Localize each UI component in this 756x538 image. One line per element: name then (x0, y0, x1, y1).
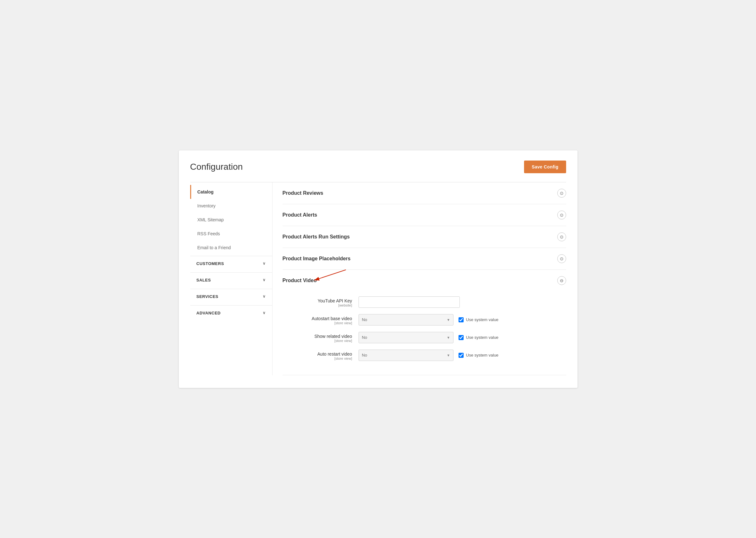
autostart-system-value-label: Use system value (466, 317, 499, 322)
page-title: Configuration (190, 162, 243, 172)
page-container: Configuration Save Config Catalog Invent… (179, 150, 578, 388)
show-related-sublabel: [store view] (283, 339, 352, 343)
product-alerts-row[interactable]: Product Alerts ⊙ (283, 204, 566, 226)
product-alerts-run-toggle-icon[interactable]: ⊙ (557, 233, 566, 241)
product-image-placeholders-toggle-icon[interactable]: ⊙ (557, 254, 566, 263)
auto-restart-select-wrapper: No Yes ▼ (358, 350, 453, 361)
sidebar-section-sales: SALES ∨ (190, 272, 272, 288)
autostart-system-value-checkbox[interactable] (458, 317, 464, 322)
sidebar-item-email-to-friend[interactable]: Email to a Friend (190, 241, 272, 255)
youtube-api-key-sublabel: [website] (283, 303, 352, 307)
product-image-placeholders-row[interactable]: Product Image Placeholders ⊙ (283, 248, 566, 270)
product-reviews-toggle-icon[interactable]: ⊙ (557, 189, 566, 197)
sidebar-item-xml-sitemap[interactable]: XML Sitemap (190, 213, 272, 227)
autostart-label-col: Autostart base video [store view] (283, 314, 358, 325)
product-video-header[interactable]: Product Video ⊖ (283, 270, 566, 291)
advanced-chevron-icon: ∨ (263, 311, 266, 315)
sidebar-section-customers: CUSTOMERS ∨ (190, 256, 272, 271)
product-image-placeholders-title: Product Image Placeholders (283, 256, 351, 262)
customers-section-header[interactable]: CUSTOMERS ∨ (190, 256, 272, 271)
show-related-video-row: Show related video [store view] No Yes ▼ (283, 332, 566, 343)
sidebar-item-inventory[interactable]: Inventory (190, 199, 272, 213)
autostart-select-wrapper: No Yes ▼ (358, 314, 453, 326)
circle-down-icon-2: ⊙ (560, 212, 564, 218)
page-header: Configuration Save Config (190, 161, 566, 173)
auto-restart-system-value-label: Use system value (466, 353, 499, 357)
autostart-sublabel: [store view] (283, 321, 352, 325)
show-related-label: Show related video (314, 334, 352, 339)
product-video-toggle-icon[interactable]: ⊖ (557, 276, 566, 285)
product-alerts-toggle-icon[interactable]: ⊙ (557, 211, 566, 219)
show-related-control: No Yes ▼ Use system value (358, 332, 566, 343)
sales-section-label: SALES (197, 278, 211, 283)
circle-minus-icon: ⊖ (560, 278, 564, 283)
customers-section-label: CUSTOMERS (197, 261, 224, 266)
show-related-select[interactable]: No Yes (358, 332, 453, 343)
circle-down-icon: ⊙ (560, 190, 564, 196)
sales-section-header[interactable]: SALES ∨ (190, 273, 272, 288)
save-config-button[interactable]: Save Config (524, 161, 566, 173)
show-related-system-value-checkbox[interactable] (458, 335, 464, 340)
sidebar-section-services: SERVICES ∨ (190, 289, 272, 304)
show-related-system-value-label: Use system value (466, 335, 499, 340)
youtube-api-key-row: YouTube API Key [website] (283, 296, 566, 308)
show-related-label-col: Show related video [store view] (283, 332, 358, 343)
sidebar: Catalog Inventory XML Sitemap RSS Feeds … (190, 183, 272, 375)
product-reviews-title: Product Reviews (283, 190, 323, 196)
sidebar-item-catalog[interactable]: Catalog (190, 185, 272, 199)
youtube-api-key-input[interactable] (358, 296, 460, 308)
show-related-system-value: Use system value (458, 335, 509, 340)
auto-restart-sublabel: [store view] (283, 356, 352, 360)
auto-restart-select[interactable]: No Yes (358, 350, 453, 361)
auto-restart-label: Auto restart video (317, 351, 352, 356)
sidebar-section-advanced: ADVANCED ∨ (190, 305, 272, 320)
autostart-label: Autostart base video (312, 316, 352, 321)
services-chevron-icon: ∨ (263, 294, 266, 298)
auto-restart-video-row: Auto restart video [store view] No Yes ▼ (283, 350, 566, 361)
youtube-api-key-control (358, 296, 566, 308)
auto-restart-label-col: Auto restart video [store view] (283, 350, 358, 360)
auto-restart-system-value: Use system value (458, 353, 509, 358)
product-reviews-row[interactable]: Product Reviews ⊙ (283, 183, 566, 204)
youtube-api-key-label: YouTube API Key (318, 298, 352, 303)
circle-down-icon-3: ⊙ (560, 234, 564, 240)
content-area: Product Reviews ⊙ Product Alerts ⊙ Produ… (272, 183, 566, 375)
sales-chevron-icon: ∨ (263, 278, 266, 282)
product-video-form: YouTube API Key [website] Autostart base… (283, 291, 566, 375)
auto-restart-system-value-checkbox[interactable] (458, 353, 464, 358)
youtube-api-key-label-col: YouTube API Key [website] (283, 296, 358, 307)
auto-restart-control: No Yes ▼ Use system value (358, 350, 566, 361)
show-related-select-wrapper: No Yes ▼ (358, 332, 453, 343)
customers-chevron-icon: ∨ (263, 261, 266, 266)
advanced-section-label: ADVANCED (197, 311, 221, 315)
svg-line-1 (314, 270, 346, 280)
services-section-header[interactable]: SERVICES ∨ (190, 289, 272, 304)
circle-down-icon-4: ⊙ (560, 256, 564, 261)
sidebar-item-rss-feeds[interactable]: RSS Feeds (190, 227, 272, 241)
product-video-section: Product Video ⊖ (283, 270, 566, 375)
autostart-base-video-row: Autostart base video [store view] No Yes… (283, 314, 566, 326)
autostart-system-value: Use system value (458, 317, 509, 322)
autostart-select[interactable]: No Yes (358, 314, 453, 326)
advanced-section-header[interactable]: ADVANCED ∨ (190, 305, 272, 320)
main-layout: Catalog Inventory XML Sitemap RSS Feeds … (190, 182, 566, 375)
product-alerts-run-settings-title: Product Alerts Run Settings (283, 234, 350, 240)
autostart-control: No Yes ▼ Use system value (358, 314, 566, 326)
product-alerts-run-settings-row[interactable]: Product Alerts Run Settings ⊙ (283, 226, 566, 248)
product-alerts-title: Product Alerts (283, 212, 317, 218)
services-section-label: SERVICES (197, 294, 219, 299)
product-video-title: Product Video (283, 278, 317, 283)
